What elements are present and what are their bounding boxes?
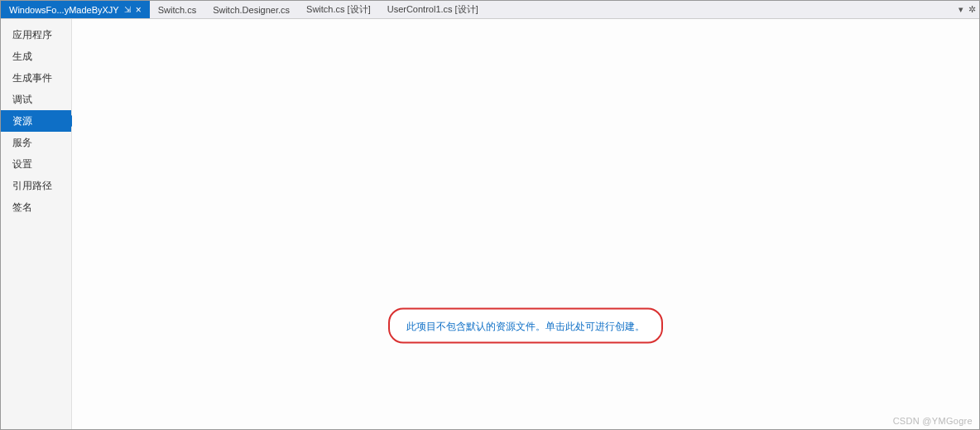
sidebar-item-debug[interactable]: 调试 <box>1 89 71 110</box>
sidebar-item-build[interactable]: 生成 <box>1 46 71 67</box>
tab-switch-cs-design[interactable]: Switch.cs [设计] <box>298 1 379 18</box>
tab-label: Switch.Designer.cs <box>213 5 290 15</box>
sidebar-item-application[interactable]: 应用程序 <box>1 24 71 46</box>
sidebar-item-label: 引用路径 <box>12 180 52 191</box>
tab-switch-cs[interactable]: Switch.cs <box>150 1 204 18</box>
tab-label: Switch.cs <box>158 5 196 15</box>
sidebar-item-label: 签名 <box>12 201 32 213</box>
sidebar-item-settings[interactable]: 设置 <box>1 153 71 175</box>
tab-bar-controls: ▾ ✲ <box>958 1 976 18</box>
sidebar-item-label: 服务 <box>12 137 32 148</box>
sidebar-item-label: 设置 <box>12 158 32 170</box>
close-icon[interactable]: × <box>136 5 142 15</box>
tab-label: WindowsFo...yMadeByXJY <box>9 5 119 15</box>
tab-label: Switch.cs [设计] <box>306 3 371 16</box>
sidebar-item-build-events[interactable]: 生成事件 <box>1 67 71 89</box>
create-default-resource-link[interactable]: 此项目不包含默认的资源文件。单击此处可进行创建。 <box>406 321 645 332</box>
sidebar-item-label: 资源 <box>12 115 32 127</box>
gear-icon[interactable]: ✲ <box>968 4 976 15</box>
watermark-text: CSDN @YMGogre <box>893 416 973 426</box>
sidebar-item-label: 生成 <box>12 51 32 62</box>
project-properties-sidebar: 应用程序 生成 生成事件 调试 资源 服务 设置 引用路径 签名 <box>1 19 72 429</box>
sidebar-item-reference-paths[interactable]: 引用路径 <box>1 175 71 196</box>
sidebar-item-signing[interactable]: 签名 <box>1 196 71 218</box>
tab-switch-designer-cs[interactable]: Switch.Designer.cs <box>204 1 298 18</box>
tab-dropdown-icon[interactable]: ▾ <box>958 4 963 15</box>
content-area: 应用程序 生成 生成事件 调试 资源 服务 设置 引用路径 签名 此项目不包含默… <box>1 19 979 429</box>
tab-bar: WindowsFo...yMadeByXJY ⇲ × Switch.cs Swi… <box>1 1 979 19</box>
pin-icon[interactable]: ⇲ <box>124 5 131 14</box>
tab-usercontrol1-cs-design[interactable]: UserControl1.cs [设计] <box>379 1 487 18</box>
sidebar-item-label: 应用程序 <box>12 29 52 41</box>
sidebar-item-services[interactable]: 服务 <box>1 132 71 153</box>
tab-project-properties[interactable]: WindowsFo...yMadeByXJY ⇲ × <box>1 1 150 18</box>
sidebar-item-label: 生成事件 <box>12 72 52 84</box>
sidebar-item-resources[interactable]: 资源 <box>1 110 71 132</box>
resources-panel: 此项目不包含默认的资源文件。单击此处可进行创建。 CSDN @YMGogre <box>72 19 979 429</box>
create-resource-callout: 此项目不包含默认的资源文件。单击此处可进行创建。 <box>388 308 663 344</box>
sidebar-item-label: 调试 <box>12 94 32 105</box>
tab-label: UserControl1.cs [设计] <box>387 3 478 16</box>
